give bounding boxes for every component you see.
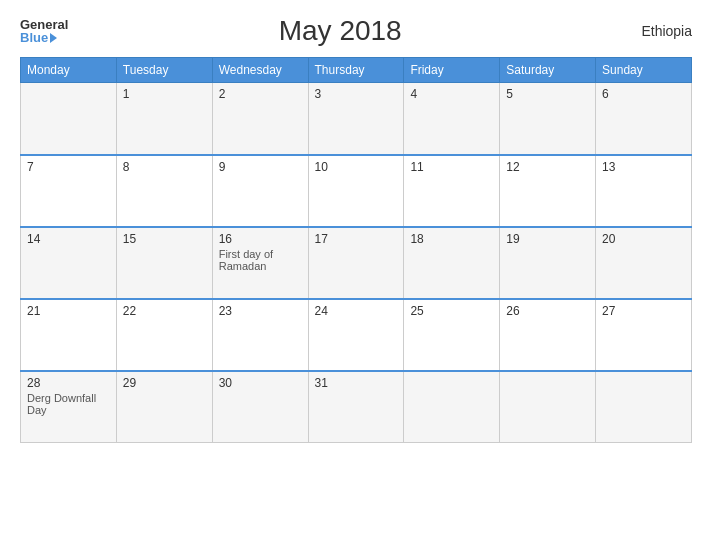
calendar-week-row: 141516First day of Ramadan17181920 bbox=[21, 227, 692, 299]
col-tuesday: Tuesday bbox=[116, 58, 212, 83]
calendar-cell bbox=[404, 371, 500, 443]
day-number: 14 bbox=[27, 232, 110, 246]
logo-triangle-icon bbox=[50, 33, 57, 43]
calendar-week-row: 78910111213 bbox=[21, 155, 692, 227]
calendar-cell: 14 bbox=[21, 227, 117, 299]
day-number: 26 bbox=[506, 304, 589, 318]
calendar-cell: 26 bbox=[500, 299, 596, 371]
day-number: 19 bbox=[506, 232, 589, 246]
day-number: 17 bbox=[315, 232, 398, 246]
calendar-cell: 5 bbox=[500, 83, 596, 155]
calendar-header: General Blue May 2018 Ethiopia bbox=[20, 15, 692, 47]
event-label: Derg Downfall Day bbox=[27, 392, 110, 416]
calendar-cell: 31 bbox=[308, 371, 404, 443]
day-number: 10 bbox=[315, 160, 398, 174]
calendar-cell: 12 bbox=[500, 155, 596, 227]
calendar-cell bbox=[21, 83, 117, 155]
calendar-cell: 27 bbox=[596, 299, 692, 371]
calendar-cell: 8 bbox=[116, 155, 212, 227]
day-number: 18 bbox=[410, 232, 493, 246]
calendar-cell: 9 bbox=[212, 155, 308, 227]
calendar-cell: 6 bbox=[596, 83, 692, 155]
calendar-cell bbox=[500, 371, 596, 443]
calendar-title: May 2018 bbox=[68, 15, 612, 47]
day-number: 6 bbox=[602, 87, 685, 101]
col-saturday: Saturday bbox=[500, 58, 596, 83]
day-number: 23 bbox=[219, 304, 302, 318]
col-sunday: Sunday bbox=[596, 58, 692, 83]
day-number: 9 bbox=[219, 160, 302, 174]
calendar-cell bbox=[596, 371, 692, 443]
day-number: 1 bbox=[123, 87, 206, 101]
day-number: 8 bbox=[123, 160, 206, 174]
calendar-header-row: Monday Tuesday Wednesday Thursday Friday… bbox=[21, 58, 692, 83]
calendar-cell: 30 bbox=[212, 371, 308, 443]
calendar-cell: 18 bbox=[404, 227, 500, 299]
calendar-cell: 3 bbox=[308, 83, 404, 155]
day-number: 28 bbox=[27, 376, 110, 390]
calendar-cell: 25 bbox=[404, 299, 500, 371]
calendar-week-row: 28Derg Downfall Day293031 bbox=[21, 371, 692, 443]
calendar-cell: 22 bbox=[116, 299, 212, 371]
day-number: 27 bbox=[602, 304, 685, 318]
calendar-page: General Blue May 2018 Ethiopia Monday Tu… bbox=[0, 0, 712, 550]
day-number: 4 bbox=[410, 87, 493, 101]
calendar-cell: 20 bbox=[596, 227, 692, 299]
day-number: 12 bbox=[506, 160, 589, 174]
col-wednesday: Wednesday bbox=[212, 58, 308, 83]
calendar-cell: 29 bbox=[116, 371, 212, 443]
calendar-cell: 2 bbox=[212, 83, 308, 155]
day-number: 22 bbox=[123, 304, 206, 318]
calendar-cell: 1 bbox=[116, 83, 212, 155]
day-number: 7 bbox=[27, 160, 110, 174]
logo-blue-text: Blue bbox=[20, 31, 68, 44]
day-number: 20 bbox=[602, 232, 685, 246]
calendar-table: Monday Tuesday Wednesday Thursday Friday… bbox=[20, 57, 692, 443]
day-number: 25 bbox=[410, 304, 493, 318]
day-number: 29 bbox=[123, 376, 206, 390]
calendar-cell: 7 bbox=[21, 155, 117, 227]
day-number: 21 bbox=[27, 304, 110, 318]
day-number: 31 bbox=[315, 376, 398, 390]
day-number: 30 bbox=[219, 376, 302, 390]
day-number: 5 bbox=[506, 87, 589, 101]
col-monday: Monday bbox=[21, 58, 117, 83]
calendar-cell: 28Derg Downfall Day bbox=[21, 371, 117, 443]
calendar-cell: 19 bbox=[500, 227, 596, 299]
col-friday: Friday bbox=[404, 58, 500, 83]
calendar-week-row: 123456 bbox=[21, 83, 692, 155]
day-number: 16 bbox=[219, 232, 302, 246]
calendar-cell: 23 bbox=[212, 299, 308, 371]
event-label: First day of Ramadan bbox=[219, 248, 302, 272]
calendar-cell: 21 bbox=[21, 299, 117, 371]
calendar-cell: 13 bbox=[596, 155, 692, 227]
calendar-cell: 15 bbox=[116, 227, 212, 299]
day-number: 15 bbox=[123, 232, 206, 246]
calendar-body: 12345678910111213141516First day of Rama… bbox=[21, 83, 692, 443]
logo: General Blue bbox=[20, 18, 68, 44]
day-number: 11 bbox=[410, 160, 493, 174]
day-number: 24 bbox=[315, 304, 398, 318]
calendar-cell: 24 bbox=[308, 299, 404, 371]
calendar-cell: 10 bbox=[308, 155, 404, 227]
calendar-cell: 17 bbox=[308, 227, 404, 299]
day-number: 2 bbox=[219, 87, 302, 101]
calendar-cell: 16First day of Ramadan bbox=[212, 227, 308, 299]
country-label: Ethiopia bbox=[612, 23, 692, 39]
day-number: 3 bbox=[315, 87, 398, 101]
day-number: 13 bbox=[602, 160, 685, 174]
col-thursday: Thursday bbox=[308, 58, 404, 83]
calendar-week-row: 21222324252627 bbox=[21, 299, 692, 371]
calendar-cell: 4 bbox=[404, 83, 500, 155]
calendar-cell: 11 bbox=[404, 155, 500, 227]
